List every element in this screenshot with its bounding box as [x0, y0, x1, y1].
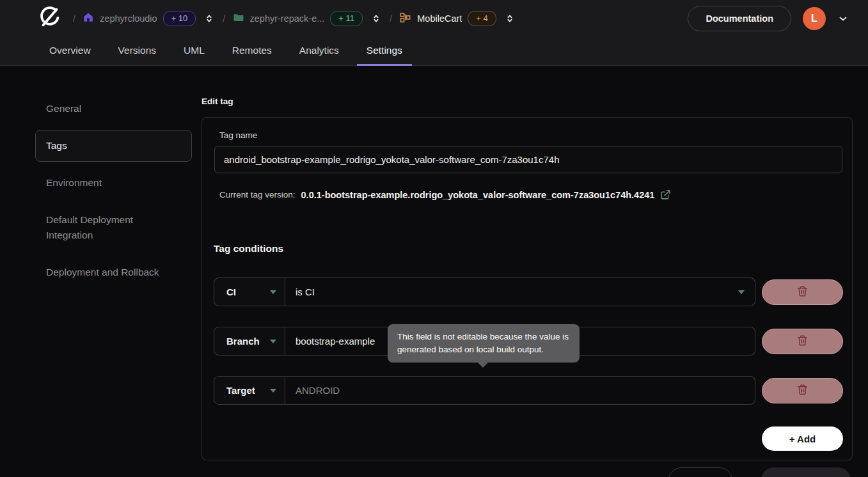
- project-count-badge: + 11: [330, 11, 363, 26]
- chevron-down-icon: [270, 290, 276, 294]
- condition-value-label: is CI: [296, 286, 315, 297]
- breadcrumb: / zephyrcloudio + 10 / zephyr-rep: [73, 11, 516, 26]
- not-editable-tooltip: This field is not editable because the v…: [388, 324, 580, 363]
- external-link-icon[interactable]: [660, 189, 671, 200]
- delete-condition-button[interactable]: [762, 279, 843, 305]
- condition-group-target: Target: [214, 376, 755, 405]
- settings-sidebar: General Tags Environment Default Deploym…: [35, 93, 192, 293]
- breadcrumb-separator: /: [390, 13, 392, 24]
- tab-analytics[interactable]: Analytics: [290, 36, 349, 66]
- edit-tag-card: Tag name Current tag version: 0.0.1-boot…: [201, 117, 853, 460]
- org-unfold-icon[interactable]: [203, 12, 216, 26]
- trash-icon: [796, 285, 809, 299]
- sidebar-item-deployment-and-rollback[interactable]: Deployment and Rollback: [35, 256, 192, 288]
- condition-value-field-target: [285, 376, 755, 405]
- breadcrumb-project[interactable]: zephyr-repack-e... + 11: [233, 11, 363, 26]
- user-avatar[interactable]: L: [803, 7, 826, 30]
- tag-name-label: Tag name: [219, 130, 257, 140]
- footer-filled-button[interactable]: [761, 467, 851, 477]
- sidebar-item-general[interactable]: General: [35, 93, 192, 125]
- app-root: / zephyrcloudio + 10 / zephyr-rep: [0, 0, 868, 477]
- chevron-down-icon: [270, 340, 276, 343]
- top-header: / zephyrcloudio + 10 / zephyr-rep: [0, 0, 868, 66]
- header-actions: Documentation L: [688, 6, 849, 31]
- breadcrumb-application[interactable]: MobileCart + 4: [399, 11, 496, 26]
- current-version-value: 0.0.1-bootstrap-example.rodrigo_yokota_v…: [301, 190, 655, 200]
- target-value-input[interactable]: [296, 385, 745, 396]
- breadcrumb-separator: /: [73, 13, 75, 24]
- current-version-label: Current tag version:: [219, 190, 296, 199]
- chevron-down-icon: [270, 389, 276, 393]
- delete-condition-button[interactable]: [762, 329, 843, 354]
- condition-type-select-ci[interactable]: CI: [214, 278, 285, 306]
- tab-remotes[interactable]: Remotes: [223, 36, 281, 66]
- org-count-badge: + 10: [163, 11, 196, 26]
- tag-conditions-title: Tag conditions: [214, 243, 283, 254]
- main-nav-tabs: Overview Versions UML Remotes Analytics …: [40, 36, 412, 66]
- condition-type-label: Target: [226, 385, 255, 396]
- page-title: Edit tag: [201, 97, 233, 106]
- breadcrumb-org[interactable]: zephyrcloudio + 10: [83, 11, 196, 26]
- app-nodes-icon: [399, 12, 411, 26]
- tab-settings[interactable]: Settings: [357, 36, 412, 66]
- condition-group-ci: CI is CI: [214, 278, 755, 306]
- user-menu-chevron-down-icon[interactable]: [837, 13, 849, 24]
- application-name: MobileCart: [417, 13, 462, 24]
- condition-type-select-target[interactable]: Target: [214, 376, 285, 405]
- delete-condition-button[interactable]: [762, 378, 843, 403]
- application-count-badge: + 4: [468, 11, 496, 26]
- breadcrumb-separator: /: [223, 13, 225, 24]
- trash-icon: [796, 384, 809, 398]
- application-unfold-icon[interactable]: [503, 12, 516, 26]
- condition-type-label: Branch: [226, 336, 260, 347]
- zephyr-logo-icon: [38, 5, 62, 32]
- tab-uml[interactable]: UML: [174, 36, 214, 66]
- tag-name-input[interactable]: [214, 146, 842, 173]
- sidebar-item-tags[interactable]: Tags: [35, 130, 192, 162]
- tab-versions[interactable]: Versions: [109, 36, 166, 66]
- sidebar-item-default-deployment-integration[interactable]: Default Deployment Integration: [35, 204, 192, 251]
- project-unfold-icon[interactable]: [370, 12, 383, 26]
- trash-icon: [796, 334, 809, 348]
- tab-overview[interactable]: Overview: [40, 36, 100, 66]
- condition-type-select-branch[interactable]: Branch: [214, 327, 285, 356]
- org-name: zephyrcloudio: [100, 13, 157, 24]
- condition-row-target: Target: [214, 376, 843, 405]
- sidebar-item-environment[interactable]: Environment: [35, 167, 192, 199]
- condition-type-label: CI: [226, 286, 236, 297]
- zephyr-logo[interactable]: [37, 6, 63, 31]
- footer-outline-button[interactable]: [668, 467, 732, 477]
- chevron-down-icon: [738, 290, 745, 294]
- project-name: zephyr-repack-e...: [250, 13, 325, 24]
- add-condition-button[interactable]: + Add: [762, 426, 843, 451]
- current-version-row: Current tag version: 0.0.1-bootstrap-exa…: [219, 189, 671, 200]
- home-icon: [83, 12, 94, 25]
- documentation-button[interactable]: Documentation: [688, 6, 791, 31]
- header-top-row: / zephyrcloudio + 10 / zephyr-rep: [0, 0, 868, 37]
- condition-value-select-ci[interactable]: is CI: [285, 278, 755, 306]
- folder-icon: [233, 12, 244, 25]
- condition-row-ci: CI is CI: [214, 278, 843, 306]
